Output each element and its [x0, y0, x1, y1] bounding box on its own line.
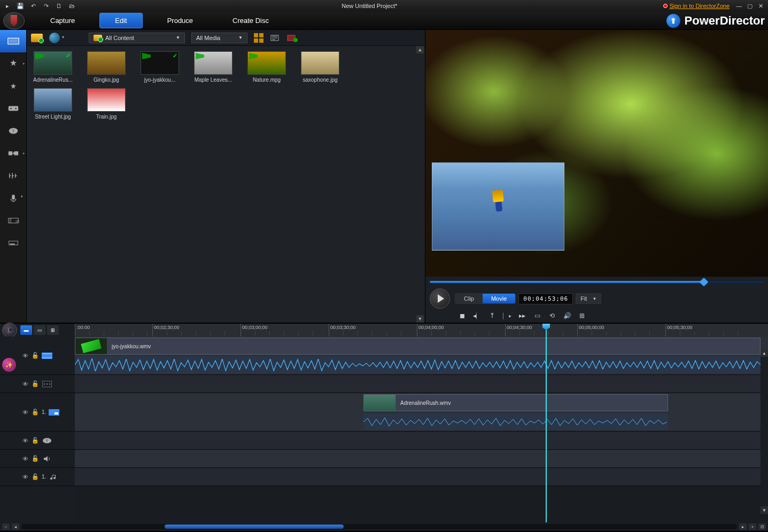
track-header-title[interactable]: 👁 🔓 T	[0, 432, 75, 450]
audio-room-tab[interactable]	[0, 165, 26, 187]
visibility-icon[interactable]: 👁	[21, 409, 29, 416]
open-icon[interactable]: 🗁	[67, 2, 76, 10]
timeline-vscroll[interactable]: ▲ ▼	[761, 349, 768, 514]
media-item[interactable]: jyo-jyakkou...	[139, 51, 181, 83]
transition-room-tab[interactable]: ▸	[0, 142, 26, 165]
undo-icon[interactable]: ↶	[29, 2, 37, 10]
zoom-out-button[interactable]: −	[2, 523, 10, 530]
scrub-bar[interactable]	[430, 279, 764, 285]
lock-icon[interactable]: 🔓	[32, 352, 39, 359]
search-library-icon[interactable]	[270, 34, 281, 42]
snapshot-button[interactable]: ▭	[531, 311, 543, 320]
vscroll-up-button[interactable]: ▲	[761, 349, 768, 357]
media-item[interactable]: Maple Leaves...	[192, 51, 234, 83]
tab-produce[interactable]: Produce	[152, 13, 208, 28]
effect-room-tab[interactable]: ▸	[0, 52, 26, 75]
scroll-up-button[interactable]: ▲	[416, 46, 424, 53]
voice-room-tab[interactable]: ▾	[0, 187, 26, 209]
magic-tools-icon[interactable]: ✨	[2, 358, 16, 372]
lock-icon[interactable]: 🔓	[32, 409, 39, 416]
hscroll-left-button[interactable]: ◂	[12, 523, 19, 530]
track-lane-video1[interactable]: jyo-jyakkou.wmv	[75, 337, 768, 375]
clip-pip1[interactable]: AdrenalineRush.wmv	[363, 394, 668, 411]
fit-timeline-button[interactable]: ⊡	[758, 523, 766, 530]
tab-edit[interactable]: Edit	[99, 13, 142, 28]
hscroll-track[interactable]	[21, 524, 737, 529]
track-lane-music[interactable]	[75, 468, 768, 486]
view-grid-icon[interactable]	[254, 33, 263, 43]
pip-room-tab[interactable]	[0, 75, 26, 97]
media-item[interactable]: AdrenalineRus...	[32, 51, 74, 83]
visibility-icon[interactable]: 👁	[21, 473, 29, 481]
visibility-icon[interactable]: 👁	[21, 455, 29, 463]
download-web-icon[interactable]	[49, 33, 60, 43]
content-filter-dropdown[interactable]: All Content ▼	[89, 33, 185, 43]
lock-icon[interactable]: 🔓	[32, 473, 39, 481]
clip-video1[interactable]: jyo-jyakkou.wmv	[75, 338, 761, 355]
media-item[interactable]: Gingko.jpg	[86, 51, 127, 83]
minimize-button[interactable]: —	[735, 2, 743, 10]
app-logo[interactable]	[3, 12, 25, 29]
library-menu-icon[interactable]	[287, 34, 298, 42]
new-project-icon[interactable]: ▸	[3, 2, 12, 10]
track-header-pip1[interactable]: 👁 🔓 1.	[0, 393, 75, 432]
visibility-icon[interactable]: 👁	[21, 352, 29, 359]
timeline-ruler[interactable]: :00:0000;02;30;0000;03;00;0000;03;30;000…	[75, 324, 768, 337]
maximize-button[interactable]: ▢	[746, 2, 754, 10]
quality-button[interactable]: ⊞	[576, 311, 588, 320]
timecode-display[interactable]: 00;04;53;06	[518, 293, 573, 304]
stop-button[interactable]: ◼	[456, 311, 468, 320]
fast-forward-button[interactable]: ▸▸	[516, 311, 528, 320]
redo-icon[interactable]: ↷	[42, 2, 50, 10]
chapter-room-tab[interactable]: 123	[0, 209, 26, 232]
lock-icon[interactable]: 🔓	[32, 380, 39, 388]
loop-button[interactable]: ⟲	[546, 311, 558, 320]
track-header-music[interactable]: 👁 🔓 1.	[0, 468, 75, 486]
close-button[interactable]: ✕	[756, 2, 765, 10]
tab-create-disc[interactable]: Create Disc	[218, 13, 284, 28]
prev-frame-button[interactable]: ◂⎸	[471, 311, 483, 320]
mode-clip-tab[interactable]: Clip	[455, 294, 483, 303]
tab-capture[interactable]: Capture	[35, 13, 90, 28]
timeline-settings-button[interactable]: ⊞	[47, 325, 59, 335]
preview-pip-overlay[interactable]	[432, 162, 564, 251]
track-header-fx[interactable]: 👁 🔓	[0, 375, 75, 393]
next-frame-button[interactable]: ⎸▸	[501, 311, 513, 320]
particle-room-tab[interactable]	[0, 97, 26, 120]
vscroll-down-button[interactable]: ▼	[761, 506, 768, 514]
playhead[interactable]	[546, 324, 547, 337]
media-item[interactable]: saxophone.jpg	[299, 51, 341, 83]
mode-movie-tab[interactable]: Movie	[483, 294, 515, 303]
step-back-button[interactable]: ⤒	[486, 311, 498, 320]
import-folder-icon[interactable]	[31, 34, 43, 42]
media-item[interactable]: Street Light.jpg	[32, 88, 74, 120]
brand-upload-icon[interactable]: ⬆	[666, 14, 680, 28]
title-room-tab[interactable]: T	[0, 120, 26, 142]
media-room-tab[interactable]	[0, 30, 26, 52]
storyboard-view-button[interactable]: ▭	[34, 325, 45, 335]
play-button[interactable]	[430, 288, 450, 309]
save-icon[interactable]: 💾	[16, 2, 25, 10]
hscroll-thumb[interactable]	[165, 525, 344, 529]
volume-button[interactable]: 🔊	[561, 311, 573, 320]
media-filter-dropdown[interactable]: All Media ▼	[191, 33, 247, 43]
track-lane-title[interactable]	[75, 432, 768, 450]
media-item[interactable]: Nature.mpg	[246, 51, 288, 83]
track-lane-pip1[interactable]: AdrenalineRush.wmv	[75, 393, 768, 432]
scrub-handle[interactable]	[699, 278, 708, 287]
hscroll-right-button[interactable]: ▸	[739, 523, 747, 530]
track-header-voice[interactable]: 👁 🔓	[0, 450, 75, 468]
visibility-icon[interactable]: 👁	[21, 380, 29, 388]
magic-wizard-icon[interactable]: 🎩	[2, 323, 17, 338]
subtitle-room-tab[interactable]	[0, 232, 26, 254]
zoom-in-button[interactable]: +	[749, 523, 756, 530]
zoom-dropdown[interactable]: Fit▼	[576, 293, 601, 304]
timeline-view-button[interactable]: ▬	[20, 325, 32, 335]
track-lane-fx[interactable]	[75, 375, 768, 393]
media-item[interactable]: Train.jpg	[86, 88, 127, 120]
lock-icon[interactable]: 🔓	[32, 437, 39, 444]
track-lane-voice[interactable]	[75, 450, 768, 468]
lock-icon[interactable]: 🔓	[32, 455, 39, 463]
visibility-icon[interactable]: 👁	[21, 437, 29, 444]
scroll-down-button[interactable]: ▼	[416, 315, 424, 323]
